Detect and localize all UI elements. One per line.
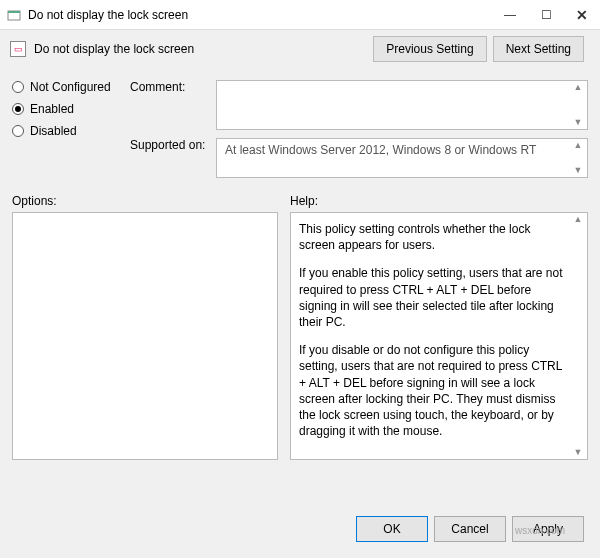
scroll-down-icon[interactable]: ▼ [571,166,585,175]
scroll-up-icon[interactable]: ▲ [571,215,585,224]
previous-setting-button[interactable]: Previous Setting [373,36,486,62]
next-setting-button[interactable]: Next Setting [493,36,584,62]
supported-text: At least Windows Server 2012, Windows 8 … [225,143,536,157]
radio-not-configured[interactable]: Not Configured [12,80,130,94]
maximize-button[interactable]: ☐ [528,0,564,30]
radio-circle-icon [12,103,24,115]
scroll-down-icon[interactable]: ▼ [571,448,585,457]
radio-disabled[interactable]: Disabled [12,124,130,138]
cancel-button[interactable]: Cancel [434,516,506,542]
supported-on-box: At least Windows Server 2012, Windows 8 … [216,138,588,178]
help-text: If you enable this policy setting, users… [299,265,569,330]
scroll-up-icon[interactable]: ▲ [571,83,585,92]
ok-button[interactable]: OK [356,516,428,542]
radio-circle-icon [12,81,24,93]
help-text: This policy setting controls whether the… [299,221,569,253]
supported-label: Supported on: [130,138,210,152]
help-label: Help: [290,194,588,208]
apply-button[interactable]: Apply [512,516,584,542]
radio-circle-icon [12,125,24,137]
comment-input[interactable]: ▲ ▼ [216,80,588,130]
options-panel[interactable] [12,212,278,460]
radio-label: Enabled [30,102,74,116]
state-radios: Not Configured Enabled Disabled [12,80,130,178]
help-text: If you disable or do not configure this … [299,342,569,439]
close-button[interactable]: ✕ [564,0,600,30]
window-title: Do not display the lock screen [28,8,492,22]
svg-rect-1 [8,11,20,13]
comment-label: Comment: [130,80,210,94]
radio-enabled[interactable]: Enabled [12,102,130,116]
setting-icon: ▭ [10,41,26,57]
window-controls: — ☐ ✕ [492,0,600,30]
options-label: Options: [12,194,278,208]
scroll-down-icon[interactable]: ▼ [571,118,585,127]
policy-icon [6,7,22,23]
help-panel: This policy setting controls whether the… [290,212,588,460]
titlebar: Do not display the lock screen — ☐ ✕ [0,0,600,30]
minimize-button[interactable]: — [492,0,528,30]
scroll-up-icon[interactable]: ▲ [571,141,585,150]
header: ▭ Do not display the lock screen Previou… [0,30,600,66]
radio-label: Disabled [30,124,77,138]
radio-label: Not Configured [30,80,111,94]
dialog-buttons: OK Cancel Apply [356,516,584,542]
setting-name: Do not display the lock screen [34,42,373,56]
